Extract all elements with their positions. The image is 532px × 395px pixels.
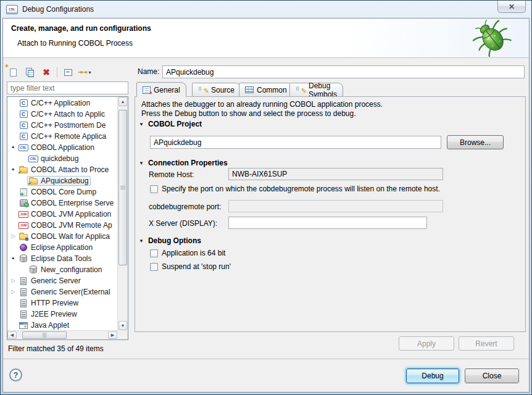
close-button[interactable]: Close xyxy=(465,368,519,383)
description-line: Press the Debug button to show and selec… xyxy=(141,109,356,118)
tree-item[interactable]: J2EE Preview xyxy=(7,309,117,320)
scroll-up-icon[interactable]: ▲ xyxy=(118,97,127,106)
tree-item-label: COBOL Wait for Applica xyxy=(31,232,110,241)
browse-button[interactable]: Browse... xyxy=(447,135,504,149)
tree-item[interactable]: New_configuration xyxy=(7,264,117,275)
dialog-client-area: Create, manage, and run configurations A… xyxy=(2,18,530,393)
tree-item[interactable]: ▷ Generic Server(External xyxy=(7,286,117,297)
window-close-button[interactable]: ✕ xyxy=(497,1,526,13)
expand-collapse-icon[interactable]: ▸ xyxy=(9,165,18,175)
tree-item[interactable]: ▸ CBLCOBOL Application xyxy=(7,142,117,153)
section-cobol-project[interactable]: ▼ COBOL Project xyxy=(139,120,202,128)
enterprise-server-icon xyxy=(19,199,28,207)
suspend-stop-run-label: Suspend at 'stop run' xyxy=(162,262,231,271)
filter-configurations-button[interactable]: ⇥⇥ ▾ xyxy=(78,66,91,78)
duplicate-configuration-button[interactable] xyxy=(23,66,36,78)
folder-check-icon: ✔ xyxy=(28,177,38,185)
tree-item[interactable]: ▷ Generic Server xyxy=(7,275,117,286)
debug-button[interactable]: Debug xyxy=(406,368,459,383)
expand-collapse-icon[interactable]: ▸ xyxy=(9,143,18,152)
apply-button[interactable]: Apply xyxy=(399,336,454,351)
tree-horizontal-scrollbar[interactable]: ◀ ▶ xyxy=(7,330,117,339)
c-icon: C xyxy=(19,121,28,130)
applet-icon xyxy=(19,321,28,330)
tab-source[interactable]: Source xyxy=(192,83,241,96)
delete-configuration-button[interactable]: ✖ xyxy=(40,66,52,78)
tree-item[interactable]: CC/C++ Remote Applica xyxy=(7,131,117,142)
application-64bit-checkbox[interactable] xyxy=(150,249,158,257)
tree-vertical-scrollbar[interactable]: ▲ ▼ xyxy=(117,97,128,330)
revert-button[interactable]: Revert xyxy=(459,336,514,351)
new-configuration-icon xyxy=(10,69,17,77)
duplicate-icon xyxy=(28,70,34,77)
database-icon xyxy=(19,254,28,263)
tree-item-label: COBOL Application xyxy=(31,143,94,152)
c-icon: C xyxy=(19,132,28,141)
tab-label: Source xyxy=(211,86,235,94)
cobol-project-input[interactable] xyxy=(150,136,441,149)
tree-item-label: New_configuration xyxy=(41,265,102,274)
scroll-down-icon[interactable]: ▼ xyxy=(118,321,127,330)
tree-item[interactable]: ▸ Eclipse Data Tools xyxy=(7,253,117,264)
tree-item-label: COBOL JVM Application xyxy=(31,210,111,218)
section-debug-options[interactable]: ▼ Debug Options xyxy=(139,236,201,245)
suspend-stop-run-checkbox-row[interactable]: Suspend at 'stop run' xyxy=(150,262,231,271)
tree-item-label: Java Applet xyxy=(31,321,69,330)
name-label: Name: xyxy=(138,67,159,76)
horizontal-scrollbar-thumb[interactable] xyxy=(22,331,67,339)
vertical-scrollbar-thumb[interactable] xyxy=(118,110,127,265)
tree-item-label: J2EE Preview xyxy=(31,310,77,318)
tree-item[interactable]: Java Applet xyxy=(7,320,117,330)
scroll-right-icon[interactable]: ▶ xyxy=(108,331,117,339)
source-tab-icon xyxy=(198,86,208,94)
scroll-left-icon[interactable]: ◀ xyxy=(7,331,17,339)
tree-item[interactable]: CBLquickdebug xyxy=(7,153,117,164)
tab-general[interactable]: General xyxy=(136,82,186,97)
tree-item[interactable]: ▷ COBOL Wait for Applica xyxy=(7,231,117,242)
expand-collapse-icon[interactable]: ▷ xyxy=(9,278,17,283)
tree-item-label: COBOL Enterprise Serve xyxy=(31,199,114,207)
tree-item[interactable]: CC/C++ Application xyxy=(7,98,117,109)
name-input[interactable] xyxy=(162,65,525,78)
jvm-icon: JVM xyxy=(19,210,28,218)
new-star-icon: ✦ xyxy=(4,63,9,69)
window-titlebar: CBL Debug Configurations ✕ xyxy=(1,1,531,18)
expand-collapse-icon[interactable]: ▷ xyxy=(9,289,17,294)
application-64bit-checkbox-row[interactable]: Application is 64 bit xyxy=(150,249,225,257)
tree-item[interactable]: CC/C++ Postmortem De xyxy=(7,120,117,131)
xserver-display-input[interactable] xyxy=(228,217,427,229)
suspend-stop-run-checkbox[interactable] xyxy=(150,263,158,271)
new-configuration-button[interactable]: ✦ xyxy=(7,66,19,78)
filter-input[interactable] xyxy=(7,83,128,94)
tree-item[interactable]: ▸ ✔COBOL Attach to Proce xyxy=(7,164,117,175)
general-tab-content: Attaches the debugger to an already runn… xyxy=(135,96,526,332)
tree-item[interactable]: CC/C++ Attach to Applic xyxy=(7,109,117,120)
help-button[interactable]: ? xyxy=(9,368,22,381)
tab-common[interactable]: Common xyxy=(239,83,293,96)
specify-port-checkbox-row[interactable]: Specify the port on which the cobdebugre… xyxy=(150,185,522,193)
tree-item[interactable]: COBOL Enterprise Serve xyxy=(7,198,117,209)
tree-item[interactable]: JVMCOBOL JVM Application xyxy=(7,209,117,220)
specify-port-checkbox-label: Specify the port on which the cobdebugre… xyxy=(162,185,440,193)
tree-item-label: Eclipse Data Tools xyxy=(31,254,92,263)
tree-item[interactable]: COBOL Core Dump xyxy=(7,186,117,198)
expand-collapse-icon[interactable]: ▸ xyxy=(9,254,18,264)
collapse-all-button[interactable]: − xyxy=(62,66,74,78)
tree-item-label: Eclipse Application xyxy=(31,243,93,252)
filter-input-container xyxy=(7,81,128,94)
tree-item-label: C/C++ Attach to Applic xyxy=(31,110,105,118)
cbl-window-icon: CBL xyxy=(6,5,18,14)
expand-collapse-icon[interactable]: ▷ xyxy=(9,234,17,239)
tab-debug-symbols[interactable]: Debug Symbols xyxy=(289,83,343,96)
specify-port-checkbox[interactable] xyxy=(150,185,158,193)
database-icon xyxy=(28,265,38,274)
section-connection-properties[interactable]: ▼ Connection Properties xyxy=(139,159,228,167)
tree-item[interactable]: Eclipse Application xyxy=(7,242,117,253)
tree-item-selected[interactable]: ✔APquickdebug xyxy=(7,175,117,186)
section-collapse-icon: ▼ xyxy=(139,238,144,244)
tree-item[interactable]: HTTP Preview xyxy=(7,297,117,309)
tree-item[interactable]: JVMCOBOL JVM Remote Ap xyxy=(7,220,117,231)
filter-dropdown-icon: ▾ xyxy=(89,70,91,75)
debug-configurations-dialog: CBL Debug Configurations ✕ Create, manag… xyxy=(0,0,532,395)
common-tab-icon xyxy=(245,86,254,93)
